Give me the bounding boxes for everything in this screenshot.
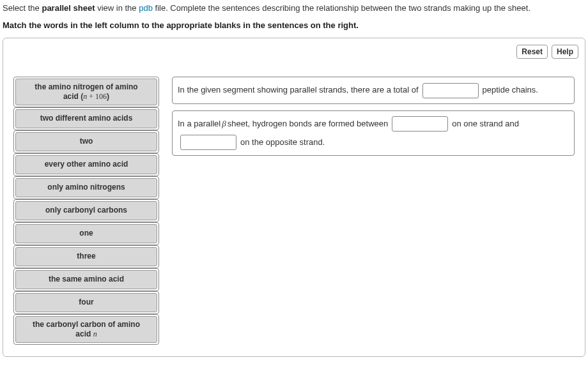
sentences: In the given segment showing parallel st… bbox=[172, 77, 575, 345]
sentence-2: In a parallel β sheet, hydrogen bonds ar… bbox=[172, 110, 575, 156]
tile-math: n bbox=[93, 329, 97, 338]
tile-two[interactable]: two bbox=[15, 132, 157, 151]
tile-only-amino-nitrogens[interactable]: only amino nitrogens bbox=[15, 178, 157, 197]
tile-text: acid ( bbox=[63, 92, 83, 101]
q-prefix: Select the bbox=[3, 3, 42, 13]
tile-slot: two different amino acids bbox=[13, 107, 159, 130]
tile-text: the carbonyl carbon of amino bbox=[33, 320, 140, 329]
tile-slot: every other amino acid bbox=[13, 153, 159, 176]
tile-one[interactable]: one bbox=[15, 224, 157, 243]
tile-bank: the amino nitrogen of amino acid (n + 10… bbox=[13, 77, 159, 345]
tile-slot: three bbox=[13, 245, 159, 268]
panel: Reset Help the amino nitrogen of amino a… bbox=[3, 38, 585, 357]
sentence-text: In the given segment showing parallel st… bbox=[178, 82, 419, 98]
content: the amino nitrogen of amino acid (n + 10… bbox=[13, 77, 575, 345]
tile-carbonyl-carbon-n[interactable]: the carbonyl carbon of amino acid n bbox=[15, 316, 157, 343]
sentence-text: peptide chains. bbox=[483, 82, 538, 98]
drop-target-3[interactable] bbox=[180, 135, 236, 150]
sentence-text: on the opposite strand. bbox=[240, 135, 325, 151]
question-text: Select the parallel sheet view in the pd… bbox=[3, 3, 585, 14]
sentence-text: on one strand and bbox=[452, 116, 519, 132]
top-buttons: Reset Help bbox=[516, 45, 578, 59]
beta-symbol: β bbox=[222, 116, 226, 132]
tile-text: acid bbox=[75, 329, 93, 338]
tile-same-amino-acid[interactable]: the same amino acid bbox=[15, 270, 157, 289]
tile-four[interactable]: four bbox=[15, 293, 157, 312]
q-tail: file. Complete the sentences describing … bbox=[153, 3, 530, 13]
drop-target-1[interactable] bbox=[422, 83, 479, 98]
tile-slot: two bbox=[13, 130, 159, 153]
tile-slot: only amino nitrogens bbox=[13, 176, 159, 199]
tile-slot: four bbox=[13, 291, 159, 314]
tile-slot: only carbonyl carbons bbox=[13, 199, 159, 222]
sentence-text: sheet, hydrogen bonds are formed between bbox=[228, 116, 389, 132]
instruction: Match the words in the left column to th… bbox=[3, 20, 585, 30]
tile-slot: one bbox=[13, 222, 159, 245]
tile-slot: the amino nitrogen of amino acid (n + 10… bbox=[13, 77, 159, 107]
tile-text: the amino nitrogen of amino bbox=[35, 82, 137, 91]
drop-target-2[interactable] bbox=[392, 116, 448, 132]
q-mid: view in the bbox=[95, 3, 139, 13]
sentence-1: In the given segment showing parallel st… bbox=[172, 77, 575, 104]
help-button[interactable]: Help bbox=[552, 45, 578, 59]
reset-button[interactable]: Reset bbox=[516, 45, 548, 59]
tile-only-carbonyl-carbons[interactable]: only carbonyl carbons bbox=[15, 201, 157, 220]
sentence-text: In a parallel bbox=[178, 116, 220, 132]
tile-three[interactable]: three bbox=[15, 247, 157, 266]
tile-text: ) bbox=[107, 92, 109, 101]
tile-slot: the carbonyl carbon of amino acid n bbox=[13, 314, 159, 345]
q-bold: parallel sheet bbox=[42, 3, 95, 13]
tile-two-different-amino-acids[interactable]: two different amino acids bbox=[15, 109, 157, 128]
pdb-link[interactable]: pdb bbox=[139, 3, 153, 13]
tile-slot: the same amino acid bbox=[13, 268, 159, 291]
tile-every-other-amino-acid[interactable]: every other amino acid bbox=[15, 155, 157, 174]
tile-amino-nitrogen-n106[interactable]: the amino nitrogen of amino acid (n + 10… bbox=[15, 79, 157, 105]
tile-math: + 106 bbox=[87, 92, 107, 101]
